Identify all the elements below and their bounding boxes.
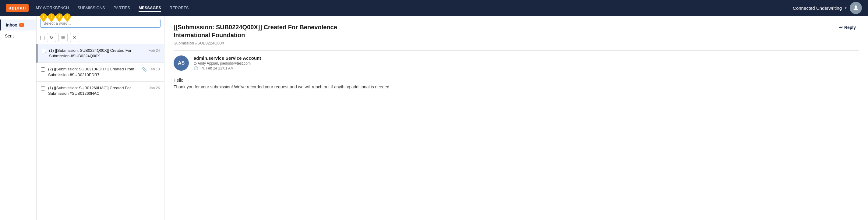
body-line-2: Thank you for your submission! We've rec… — [174, 84, 859, 90]
tour-pins: 1 2 3 4 — [40, 13, 71, 20]
org-dropdown-icon[interactable]: ▾ — [845, 6, 847, 10]
message-item[interactable]: (1) [[Submission: SUB0224Q00X]] Created … — [36, 44, 164, 63]
avatar[interactable] — [850, 2, 862, 14]
detail-title: [[Submission: SUB0224Q00X]] Created For … — [174, 23, 375, 39]
reply-arrow-icon: ↩ — [839, 25, 843, 30]
message-meta-2: (2) [[Submission: SUB0210PDR7]] Created … — [48, 66, 160, 77]
tour-pin-3: 3 — [56, 13, 63, 20]
inbox-badge: 1 — [19, 23, 24, 27]
sender-date-text: Fri, Feb 24 11:01 AM — [199, 66, 234, 70]
refresh-icon: ↻ — [50, 35, 53, 40]
nav-reports[interactable]: REPORTS — [169, 4, 189, 12]
message-date-2: Feb 10 — [149, 66, 160, 71]
nav-my-workbench[interactable]: MY WORKBENCH — [36, 4, 69, 12]
message-sender-row: AS admin.service Service Account to Andy… — [174, 56, 859, 71]
message-meta-3: (1) [[Submission: SUB01260HAC]] Created … — [48, 85, 160, 96]
message-subject-2: (2) [[Submission: SUB0210PDR7]] Created … — [48, 66, 140, 77]
open-button[interactable]: ✉ — [59, 33, 68, 42]
message-body: Hello, Thank you for your submission! We… — [174, 77, 859, 91]
message-meta-1: (1) [[Submission: SUB0224Q00X]] Created … — [49, 48, 160, 59]
message-content-1: (1) [[Submission: SUB0224Q00X]] Created … — [49, 48, 160, 59]
main-layout: Inbox 1 Sent 1 2 3 4 ↻ — [0, 16, 868, 220]
message-subject-1: (1) [[Submission: SUB0224Q00X]] Created … — [49, 48, 147, 59]
message-checkbox-1[interactable] — [42, 49, 46, 53]
inbox-label: Inbox — [6, 23, 17, 27]
tour-pin-4: 4 — [64, 13, 71, 20]
nav-messages[interactable]: MESSAGES — [138, 4, 161, 12]
message-subject-3: (1) [[Submission: SUB01260HAC]] Created … — [48, 85, 147, 96]
message-date-1: Feb 24 — [149, 48, 160, 53]
tour-pin-1: 1 — [40, 13, 47, 20]
sender-to: to Andy Appian, joedodd@test.com — [194, 61, 859, 65]
sidebar: Inbox 1 Sent — [0, 16, 36, 220]
message-date-3: Jan 26 — [149, 85, 160, 90]
detail-subtitle: Submission #SUB0224Q00X — [174, 41, 410, 45]
message-checkbox-2[interactable] — [41, 67, 45, 72]
message-checkbox-3[interactable] — [41, 86, 45, 91]
message-list-toolbar: 1 2 3 4 — [36, 16, 164, 31]
close-icon: ✕ — [73, 35, 76, 40]
message-list: (1) [[Submission: SUB0224Q00X]] Created … — [36, 44, 164, 220]
attachment-icon-2: 📎 — [142, 67, 147, 72]
clock-icon: 🕐 — [194, 66, 198, 70]
tour-pin-2: 2 — [48, 13, 55, 20]
top-navigation: appian MY WORKBENCH SUBMISSIONS PARTIES … — [0, 0, 868, 16]
sidebar-item-inbox[interactable]: Inbox 1 — [0, 20, 36, 30]
sender-name: admin.service Service Account — [194, 56, 859, 61]
message-content-3: (1) [[Submission: SUB01260HAC]] Created … — [48, 85, 160, 96]
sender-date: 🕐 Fri, Feb 24 11:01 AM — [194, 66, 859, 70]
sent-label: Sent — [5, 33, 14, 38]
nav-submissions[interactable]: SUBMISSIONS — [78, 4, 105, 12]
appian-logo[interactable]: appian — [6, 4, 29, 12]
top-right-section: Connected Underwriting ▾ — [793, 2, 862, 14]
org-name[interactable]: Connected Underwriting — [793, 5, 842, 11]
toolbar-row: ↻ ✉ ✕ — [36, 31, 164, 44]
close-button[interactable]: ✕ — [70, 33, 79, 42]
message-item-2[interactable]: (2) [[Submission: SUB0210PDR7]] Created … — [36, 63, 164, 81]
reply-button[interactable]: ↩ Reply — [836, 23, 859, 32]
message-list-panel: 1 2 3 4 ↻ ✉ ✕ — [36, 16, 164, 220]
message-item-3[interactable]: (1) [[Submission: SUB01260HAC]] Created … — [36, 82, 164, 100]
detail-title-section: [[Submission: SUB0224Q00X]] Created For … — [174, 23, 410, 45]
detail-header: [[Submission: SUB0224Q00X]] Created For … — [174, 23, 859, 51]
nav-items: MY WORKBENCH SUBMISSIONS PARTIES MESSAGE… — [36, 4, 793, 12]
open-icon: ✉ — [61, 35, 65, 40]
search-wrapper: 1 2 3 4 — [40, 19, 160, 28]
detail-panel: [[Submission: SUB0224Q00X]] Created For … — [164, 16, 868, 220]
svg-point-0 — [855, 5, 857, 8]
nav-parties[interactable]: PARTIES — [114, 4, 130, 12]
body-line-1: Hello, — [174, 77, 859, 84]
refresh-button[interactable]: ↻ — [47, 33, 56, 42]
reply-label: Reply — [844, 25, 856, 30]
sidebar-item-sent[interactable]: Sent — [0, 30, 36, 41]
message-content-2: (2) [[Submission: SUB0210PDR7]] Created … — [48, 66, 160, 77]
select-all-checkbox[interactable] — [40, 36, 44, 40]
sender-info: admin.service Service Account to Andy Ap… — [194, 56, 859, 70]
sender-avatar: AS — [174, 56, 189, 71]
